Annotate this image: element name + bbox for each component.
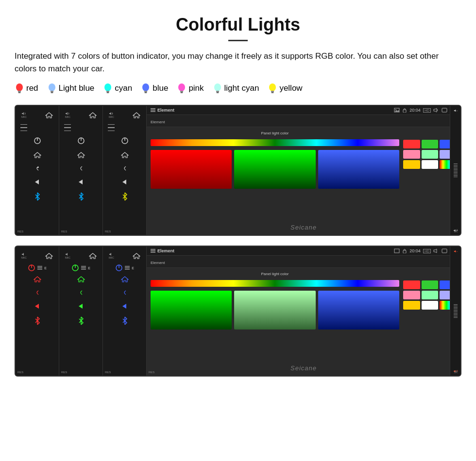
bulb-icon-cyan (103, 82, 113, 94)
svg-marker-35 (121, 152, 128, 158)
svg-marker-61 (79, 304, 83, 309)
unit-panel-blue: MIC E RES (103, 247, 147, 376)
cell-white-b (422, 301, 439, 310)
bulb-icon-light cyan (213, 82, 222, 94)
res-label-bottom-main: RES (149, 371, 154, 374)
res-label-b: RES (105, 371, 111, 374)
svg-rect-2 (18, 92, 21, 93)
vol-minus-top: ◄- (453, 109, 458, 112)
color-label-yellow: yellow (279, 83, 302, 93)
svg-rect-76 (442, 249, 447, 253)
tick (454, 171, 458, 171)
svg-point-41 (395, 109, 396, 110)
home-icon-3 (89, 112, 97, 118)
bulb-icon-pink (177, 82, 187, 94)
bluetooth-icon-2 (78, 192, 85, 201)
svg-rect-65 (125, 266, 130, 267)
seicane-watermark-bottom: Seicane (290, 364, 317, 372)
svg-marker-27 (89, 113, 96, 118)
arrow-left-icon-3 (121, 179, 128, 185)
home-icon (45, 112, 53, 118)
bluetooth-icon-g (78, 316, 85, 325)
unit-panel-red: MIC E RES (16, 247, 59, 376)
screen-icon-b (442, 248, 447, 253)
unit-icons-2 (77, 137, 85, 201)
svg-point-0 (16, 83, 23, 91)
svg-rect-70 (151, 249, 155, 250)
bluetooth-icon-b (121, 316, 128, 325)
power-icon-b (115, 264, 123, 272)
svg-rect-19 (271, 91, 274, 92)
hd-badge: HD (423, 108, 431, 113)
color-label-Light blue: Light blue (59, 83, 95, 93)
cell-yellow-b (403, 301, 420, 310)
svg-marker-21 (46, 113, 52, 118)
svg-marker-69 (122, 304, 126, 309)
image-icon (394, 108, 400, 113)
bar-green-bot (151, 291, 232, 329)
svg-rect-44 (442, 108, 447, 112)
svg-rect-42 (403, 110, 406, 113)
time-display-bottom: 20:04 (409, 248, 421, 253)
color-row: red Light blue cyan blue pink light cyan… (15, 82, 461, 94)
bulb-icon-yellow (268, 82, 277, 94)
color-item-Light-blue: Light blue (47, 82, 95, 94)
svg-rect-66 (125, 267, 130, 268)
svg-rect-1 (18, 91, 21, 92)
svg-rect-16 (216, 91, 219, 92)
image-icon-b (394, 248, 400, 253)
back-icon-b (121, 289, 129, 296)
e-label-g: E (88, 266, 90, 270)
bar-blue-top (318, 150, 399, 189)
back-icon-r (34, 289, 41, 296)
sound-icon-b (109, 252, 114, 256)
res-label-2: RES (61, 230, 67, 233)
unit-top-1: MIC (18, 110, 56, 120)
arrow-left-icon-2 (78, 179, 85, 185)
top-units-row: MIC RES (15, 105, 461, 236)
menu-line-1 (20, 124, 27, 125)
arrow-left-g (78, 303, 85, 310)
tick (454, 169, 458, 170)
menu-line-2 (20, 127, 27, 128)
sub-header-top: Element (147, 115, 460, 127)
home-icon-2 (34, 151, 41, 158)
color-item-light-cyan: light cyan (213, 82, 259, 94)
color-bars-bottom (151, 291, 399, 329)
menu-line-4 (64, 124, 71, 125)
description: Integrated with 7 colors of button indic… (15, 50, 461, 75)
menu-icon-b (125, 266, 130, 270)
back-icon (34, 165, 41, 172)
sound-icon-3 (109, 112, 114, 115)
cell-pink (403, 150, 420, 159)
vol-slider-top: ◄- ◄+ (450, 106, 460, 235)
bulb-icon-red (15, 82, 24, 94)
svg-marker-62 (133, 253, 140, 259)
home-icon-b (133, 252, 140, 259)
color-item-yellow: yellow (268, 82, 302, 94)
tick (454, 166, 458, 167)
e-label-r: E (44, 266, 47, 270)
svg-rect-72 (151, 252, 155, 253)
svg-point-9 (142, 83, 149, 91)
svg-marker-52 (34, 277, 41, 282)
vol-minus-bottom: ◄- (453, 249, 458, 253)
home-icon-5 (133, 112, 140, 118)
menu-icon-r (37, 266, 42, 270)
main-screen-bottom: Element 20:04 HD Element Pane (147, 247, 460, 376)
svg-marker-31 (79, 180, 83, 184)
ir-label-top: IR (454, 230, 458, 233)
unit-top-2: MIC (62, 110, 100, 120)
svg-rect-10 (144, 91, 147, 92)
panel-color-title-bottom: Panel light color (151, 272, 399, 276)
cell-red (403, 140, 420, 148)
svg-marker-53 (35, 304, 39, 309)
cell-pink-b (403, 291, 420, 299)
svg-rect-57 (81, 266, 86, 267)
power-icon-r (28, 264, 35, 272)
screen-header-top: Element 20:04 HD (147, 106, 460, 115)
menu-line-7 (108, 124, 115, 125)
menu-line-6 (64, 131, 71, 132)
svg-marker-24 (34, 152, 41, 158)
element-sub-bottom: Element (151, 261, 165, 265)
